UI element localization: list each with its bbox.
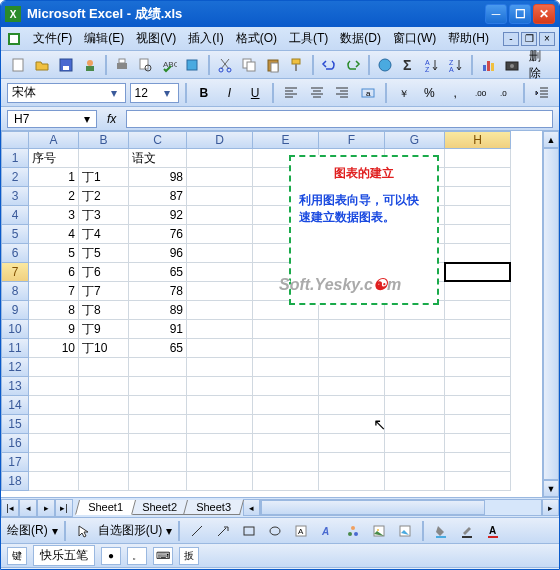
cell[interactable] — [445, 377, 511, 396]
cell[interactable] — [187, 396, 253, 415]
cell[interactable]: 丁8 — [79, 301, 129, 320]
row-header[interactable]: 2 — [1, 168, 29, 187]
cell[interactable] — [187, 168, 253, 187]
cell[interactable] — [187, 263, 253, 282]
name-box[interactable]: H7 ▾ — [7, 110, 97, 128]
line-icon[interactable] — [186, 520, 208, 542]
cell[interactable] — [319, 453, 385, 472]
menu-file[interactable]: 文件(F) — [27, 28, 78, 49]
cell[interactable] — [129, 377, 187, 396]
autoshapes-menu[interactable]: 自选图形(U) — [98, 522, 163, 539]
sheet-tab-2[interactable]: Sheet2 — [129, 500, 190, 515]
ime-settings-icon[interactable]: 扳 — [179, 547, 199, 565]
underline-button[interactable]: U — [244, 82, 266, 104]
insert-picture-icon[interactable] — [394, 520, 416, 542]
align-left-icon[interactable] — [280, 82, 302, 104]
cell[interactable]: 丁4 — [79, 225, 129, 244]
cell[interactable] — [29, 396, 79, 415]
font-combo[interactable]: 宋体 ▾ — [7, 83, 126, 103]
wordart-icon[interactable]: A — [316, 520, 338, 542]
hyperlink-icon[interactable] — [374, 54, 396, 76]
row-header[interactable]: 3 — [1, 187, 29, 206]
scroll-down-icon[interactable]: ▼ — [543, 480, 559, 497]
cell[interactable]: 5 — [29, 244, 79, 263]
cell[interactable] — [253, 434, 319, 453]
menu-help[interactable]: 帮助(H) — [442, 28, 495, 49]
draw-menu[interactable]: 绘图(R) — [7, 522, 48, 539]
row-header[interactable]: 5 — [1, 225, 29, 244]
cell[interactable] — [187, 187, 253, 206]
redo-icon[interactable] — [342, 54, 364, 76]
column-header[interactable]: C — [129, 131, 187, 149]
cell[interactable] — [129, 358, 187, 377]
cell[interactable]: 78 — [129, 282, 187, 301]
cell[interactable] — [129, 472, 187, 491]
chevron-down-icon[interactable]: ▾ — [166, 524, 172, 538]
cell[interactable] — [129, 415, 187, 434]
textbox-icon[interactable]: A — [290, 520, 312, 542]
cell[interactable] — [129, 434, 187, 453]
sort-desc-icon[interactable]: ZA — [445, 54, 467, 76]
menu-insert[interactable]: 插入(I) — [182, 28, 229, 49]
row-header[interactable]: 11 — [1, 339, 29, 358]
cell[interactable] — [79, 377, 129, 396]
cell[interactable]: 87 — [129, 187, 187, 206]
row-header[interactable]: 10 — [1, 320, 29, 339]
cell[interactable] — [445, 282, 511, 301]
cell[interactable] — [445, 187, 511, 206]
print-preview-icon[interactable] — [135, 54, 157, 76]
cell[interactable] — [187, 149, 253, 168]
column-header[interactable]: B — [79, 131, 129, 149]
ime-softkbd-icon[interactable]: ⌨ — [153, 547, 173, 565]
row-header[interactable]: 17 — [1, 453, 29, 472]
cell[interactable]: 丁2 — [79, 187, 129, 206]
ime-punct-icon[interactable]: 。 — [127, 547, 147, 565]
select-objects-icon[interactable] — [72, 520, 94, 542]
cell[interactable] — [445, 244, 511, 263]
cell[interactable]: 91 — [129, 320, 187, 339]
cell[interactable] — [29, 453, 79, 472]
align-center-icon[interactable] — [306, 82, 328, 104]
cell[interactable] — [445, 472, 511, 491]
autosum-icon[interactable]: Σ — [398, 54, 420, 76]
cell[interactable] — [385, 472, 445, 491]
cell[interactable] — [29, 434, 79, 453]
cell[interactable]: 3 — [29, 206, 79, 225]
row-header[interactable]: 6 — [1, 244, 29, 263]
cell[interactable]: 1 — [29, 168, 79, 187]
menu-tools[interactable]: 工具(T) — [283, 28, 334, 49]
menu-window[interactable]: 窗口(W) — [387, 28, 442, 49]
rectangle-icon[interactable] — [238, 520, 260, 542]
cell[interactable] — [187, 377, 253, 396]
cell[interactable] — [319, 358, 385, 377]
cell[interactable] — [253, 320, 319, 339]
increase-decimal-icon[interactable]: .00 — [470, 82, 492, 104]
align-right-icon[interactable] — [331, 82, 353, 104]
cell[interactable]: 98 — [129, 168, 187, 187]
chevron-down-icon[interactable]: ▾ — [160, 86, 174, 100]
tab-next-icon[interactable]: ▸ — [37, 499, 55, 517]
chevron-down-icon[interactable]: ▾ — [84, 112, 90, 126]
scroll-up-icon[interactable]: ▲ — [543, 131, 559, 148]
cell[interactable] — [129, 396, 187, 415]
percent-icon[interactable]: % — [419, 82, 441, 104]
cell[interactable] — [385, 453, 445, 472]
column-header[interactable]: H — [445, 131, 511, 149]
format-painter-icon[interactable] — [286, 54, 308, 76]
column-header[interactable]: E — [253, 131, 319, 149]
cell[interactable] — [319, 339, 385, 358]
chevron-down-icon[interactable]: ▾ — [52, 524, 58, 538]
cell[interactable]: 89 — [129, 301, 187, 320]
row-header[interactable]: 8 — [1, 282, 29, 301]
cell[interactable] — [385, 415, 445, 434]
cell[interactable] — [253, 472, 319, 491]
undo-icon[interactable] — [318, 54, 340, 76]
scroll-right-icon[interactable]: ▸ — [542, 499, 559, 516]
font-color-icon[interactable]: A — [482, 520, 504, 542]
open-icon[interactable] — [31, 54, 53, 76]
cell[interactable] — [253, 396, 319, 415]
cell[interactable]: 丁1 — [79, 168, 129, 187]
grid-body[interactable]: ABCDEFGH 序号语文1丁1982丁2873丁3924丁4765丁5966丁… — [29, 131, 542, 497]
row-header[interactable]: 13 — [1, 377, 29, 396]
cell[interactable] — [385, 339, 445, 358]
